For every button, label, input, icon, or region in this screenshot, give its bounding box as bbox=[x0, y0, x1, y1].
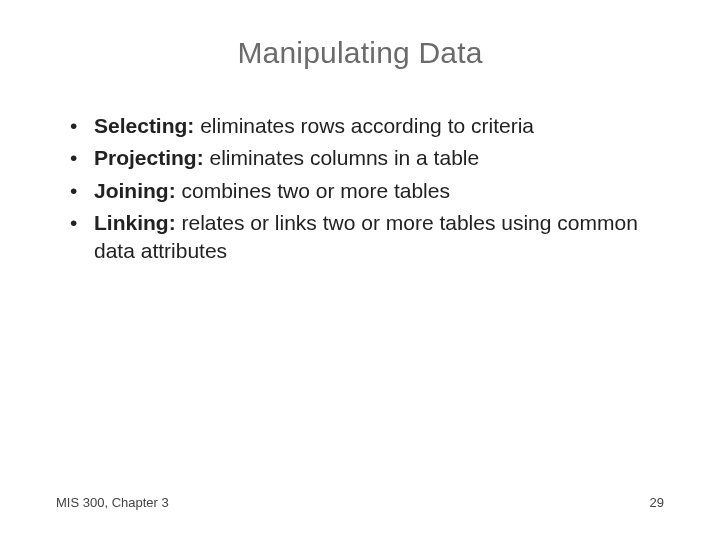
slide-title: Manipulating Data bbox=[56, 36, 664, 70]
bullet-term: Linking: bbox=[94, 211, 176, 234]
footer-left: MIS 300, Chapter 3 bbox=[56, 495, 169, 510]
bullet-desc: relates or links two or more tables usin… bbox=[94, 211, 638, 262]
bullet-desc: eliminates columns in a table bbox=[204, 146, 479, 169]
bullet-term: Projecting: bbox=[94, 146, 204, 169]
bullet-term: Joining: bbox=[94, 179, 176, 202]
bullet-term: Selecting: bbox=[94, 114, 194, 137]
bullet-desc: eliminates rows according to criteria bbox=[194, 114, 534, 137]
bullet-desc: combines two or more tables bbox=[176, 179, 450, 202]
list-item: Selecting: eliminates rows according to … bbox=[66, 112, 664, 140]
list-item: Projecting: eliminates columns in a tabl… bbox=[66, 144, 664, 172]
slide-footer: MIS 300, Chapter 3 29 bbox=[56, 495, 664, 510]
list-item: Linking: relates or links two or more ta… bbox=[66, 209, 664, 266]
bullet-list: Selecting: eliminates rows according to … bbox=[56, 112, 664, 266]
list-item: Joining: combines two or more tables bbox=[66, 177, 664, 205]
footer-page-number: 29 bbox=[650, 495, 664, 510]
